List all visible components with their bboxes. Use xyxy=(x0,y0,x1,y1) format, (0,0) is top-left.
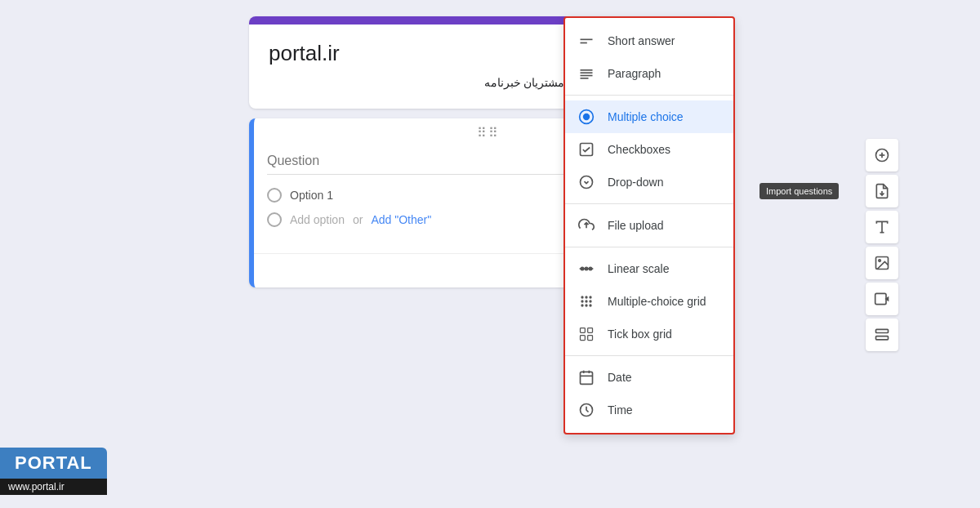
tick-box-grid-icon xyxy=(578,326,595,342)
or-text: or xyxy=(353,213,363,226)
checkboxes-icon xyxy=(578,141,595,158)
time-icon xyxy=(578,402,595,418)
divider-2 xyxy=(565,203,733,204)
svg-point-12 xyxy=(581,176,593,189)
menu-item-multiple-choice-grid-label: Multiple-choice grid xyxy=(608,295,706,308)
divider-4 xyxy=(565,355,733,356)
svg-rect-30 xyxy=(581,372,593,384)
option-1-label: Option 1 xyxy=(290,189,333,202)
menu-item-paragraph-label: Paragraph xyxy=(608,67,661,80)
import-questions-button[interactable]: Import questions xyxy=(866,175,898,207)
svg-point-21 xyxy=(585,300,587,302)
svg-point-14 xyxy=(581,267,583,270)
menu-item-time[interactable]: Time xyxy=(565,394,733,426)
menu-item-tick-box-grid[interactable]: Tick box grid xyxy=(565,318,733,350)
title-text-button[interactable] xyxy=(866,211,898,243)
menu-item-linear-scale[interactable]: Linear scale xyxy=(565,252,733,285)
menu-item-time-label: Time xyxy=(608,403,633,417)
menu-item-paragraph[interactable]: Paragraph xyxy=(565,57,733,90)
svg-rect-28 xyxy=(581,336,586,341)
dropdown-icon xyxy=(578,174,595,190)
menu-item-multiple-choice[interactable]: Multiple choice xyxy=(565,100,733,133)
menu-item-linear-scale-label: Linear scale xyxy=(608,262,670,275)
svg-point-17 xyxy=(581,296,583,298)
svg-point-19 xyxy=(589,296,591,298)
radio-circle-1 xyxy=(267,188,282,203)
svg-point-15 xyxy=(585,267,587,270)
menu-item-tick-box-grid-label: Tick box grid xyxy=(608,328,672,341)
svg-point-23 xyxy=(581,304,583,306)
add-circle-button[interactable] xyxy=(866,139,898,172)
portal-url: www.portal.ir xyxy=(0,479,107,495)
menu-item-short-answer[interactable]: Short answer xyxy=(565,25,733,57)
menu-item-date-label: Date xyxy=(608,371,632,384)
svg-rect-43 xyxy=(875,293,886,304)
paragraph-icon xyxy=(578,65,595,82)
svg-rect-45 xyxy=(876,329,889,332)
sidebar-icons: Import questions xyxy=(866,139,898,351)
add-video-button[interactable] xyxy=(866,283,898,315)
svg-point-42 xyxy=(879,260,881,262)
portal-badge: PORTAL www.portal.ir xyxy=(0,448,107,495)
menu-item-file-upload-label: File upload xyxy=(608,219,664,232)
portal-name: PORTAL xyxy=(0,448,107,479)
svg-rect-29 xyxy=(588,336,593,341)
svg-point-20 xyxy=(581,300,583,302)
linear-scale-icon xyxy=(578,261,595,277)
menu-item-date[interactable]: Date xyxy=(565,361,733,394)
menu-item-multiple-choice-label: Multiple choice xyxy=(608,110,684,123)
add-other-link[interactable]: Add "Other" xyxy=(371,213,431,226)
svg-point-16 xyxy=(589,267,591,270)
svg-point-24 xyxy=(585,304,587,306)
short-answer-icon xyxy=(578,33,595,49)
import-tooltip: Import questions xyxy=(760,183,839,199)
svg-point-25 xyxy=(589,304,591,306)
menu-item-short-answer-label: Short answer xyxy=(608,34,675,47)
svg-point-18 xyxy=(585,296,587,298)
add-option-text: Add option xyxy=(290,213,345,226)
menu-item-checkboxes[interactable]: Checkboxes xyxy=(565,133,733,166)
file-upload-icon xyxy=(578,217,595,234)
add-image-button[interactable] xyxy=(866,247,898,279)
menu-item-file-upload[interactable]: File upload xyxy=(565,209,733,242)
menu-item-multiple-choice-grid[interactable]: Multiple-choice grid xyxy=(565,285,733,318)
multiple-choice-grid-icon xyxy=(578,293,595,310)
menu-item-dropdown[interactable]: Drop-down xyxy=(565,166,733,198)
main-area: portal.ir جمع آوری اطلاعات تماس مشتریان … xyxy=(0,0,980,508)
svg-rect-46 xyxy=(876,336,889,340)
divider-3 xyxy=(565,247,733,247)
divider-1 xyxy=(565,95,733,96)
svg-marker-44 xyxy=(884,296,889,302)
menu-item-checkboxes-label: Checkboxes xyxy=(608,143,670,156)
svg-rect-26 xyxy=(581,328,586,333)
multiple-choice-icon xyxy=(578,109,595,125)
date-icon xyxy=(578,369,595,385)
menu-item-dropdown-label: Drop-down xyxy=(608,176,663,189)
svg-point-22 xyxy=(589,300,591,302)
svg-point-10 xyxy=(583,114,590,120)
question-type-dropdown: Short answer Paragraph xyxy=(564,16,735,434)
add-section-button[interactable] xyxy=(866,319,898,351)
svg-rect-27 xyxy=(588,328,593,333)
radio-circle-add xyxy=(267,212,282,227)
